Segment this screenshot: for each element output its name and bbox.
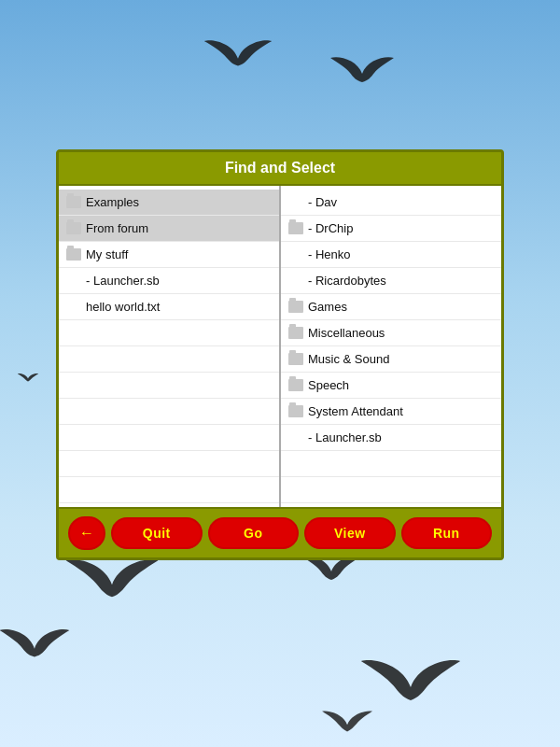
list-item[interactable]: - Dav (281, 190, 501, 216)
list-item[interactable]: Speech (281, 373, 501, 399)
folder-icon (288, 222, 303, 234)
bird-8 (320, 707, 375, 745)
item-label: Miscellaneous (308, 326, 385, 340)
item-label: From forum (86, 221, 148, 235)
dialog-body: Examples From forum My stuff - Launcher.… (59, 184, 501, 507)
item-label: - Launcher.sb (86, 274, 160, 288)
no-icon (288, 431, 303, 444)
right-panel: - Dav - DrChip - Henko - Ricardobytes Ga… (281, 186, 501, 507)
bird-2 (327, 51, 397, 102)
list-item[interactable]: Games (281, 294, 501, 320)
item-label: - Launcher.sb (308, 430, 382, 444)
item-label: - DrChip (308, 221, 353, 235)
dialog-footer: ← Quit Go View Run (59, 507, 501, 557)
folder-icon (288, 327, 303, 339)
item-label: - Ricardobytes (308, 274, 386, 288)
run-button[interactable]: Run (401, 517, 493, 549)
list-item[interactable]: - Launcher.sb (281, 425, 501, 451)
no-icon (66, 301, 81, 313)
bird-3 (18, 372, 39, 388)
folder-icon (288, 353, 303, 365)
item-label: - Henko (308, 247, 351, 261)
folder-icon (66, 196, 81, 208)
view-button[interactable]: View (304, 517, 396, 549)
item-label: System Attendant (308, 404, 403, 418)
folder-icon (66, 222, 81, 234)
bird-6 (0, 623, 74, 678)
item-label: hello world.txt (86, 300, 160, 314)
list-item[interactable]: System Attendant (281, 399, 501, 425)
item-label: Music & Sound (308, 352, 389, 366)
list-item[interactable]: - Ricardobytes (281, 268, 501, 294)
list-item[interactable]: Music & Sound (281, 346, 501, 373)
item-label: My stuff (86, 247, 128, 261)
bird-4 (63, 552, 161, 624)
item-label: Examples (86, 195, 139, 209)
dialog-title: Find and Select (59, 152, 501, 184)
folder-icon (66, 248, 81, 261)
left-panel: Examples From forum My stuff - Launcher.… (59, 186, 281, 507)
list-item[interactable]: My stuff (59, 242, 279, 268)
folder-icon (288, 301, 303, 313)
item-label: - Dav (308, 195, 337, 209)
item-label: Speech (308, 378, 349, 392)
quit-button[interactable]: Quit (111, 517, 203, 549)
no-icon (288, 275, 303, 287)
list-item[interactable]: - Henko (281, 242, 501, 268)
no-icon (288, 196, 303, 208)
back-button[interactable]: ← (68, 516, 105, 550)
list-item[interactable]: hello world.txt (59, 294, 279, 320)
find-and-select-dialog: Find and Select Examples From forum My s… (56, 149, 504, 560)
item-label: Games (308, 300, 347, 314)
list-item[interactable]: - Launcher.sb (59, 268, 279, 294)
folder-icon (288, 379, 303, 391)
folder-icon (288, 405, 303, 417)
list-item[interactable]: Examples (59, 190, 279, 216)
no-icon (66, 275, 81, 287)
list-item[interactable]: Miscellaneous (281, 320, 501, 346)
bird-1 (203, 33, 274, 88)
go-button[interactable]: Go (208, 517, 300, 549)
no-icon (288, 248, 303, 261)
list-item[interactable]: - DrChip (281, 216, 501, 242)
list-item[interactable]: From forum (59, 216, 279, 242)
